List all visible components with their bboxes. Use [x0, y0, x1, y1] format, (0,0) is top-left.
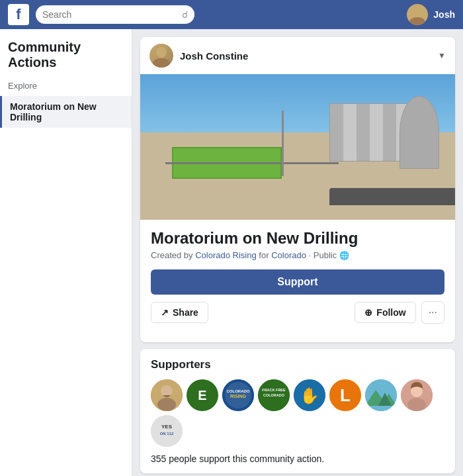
sidebar-item-label: Moratorium on New Drilling: [10, 101, 124, 122]
follow-button[interactable]: ⊕ Follow: [355, 302, 415, 323]
follow-icon: ⊕: [364, 307, 372, 318]
main-content: Josh Constine ▼ Moratorium on New Drilli…: [132, 29, 463, 476]
svg-text:RISING: RISING: [230, 394, 247, 399]
avatar: [149, 44, 173, 68]
supporter-2-svg: E: [187, 379, 218, 411]
supporter-avatar-8[interactable]: [401, 379, 433, 411]
search-bar[interactable]: ☌: [36, 5, 194, 24]
action-content: Moratorium on New Drilling Created by Co…: [140, 220, 455, 342]
josh-avatar-svg: [149, 44, 173, 68]
supporter-avatar-3[interactable]: COLORADO RISING: [222, 379, 254, 411]
search-input[interactable]: [42, 9, 178, 20]
supporter-8-svg: [401, 379, 433, 411]
supporter-3-svg: COLORADO RISING: [222, 379, 254, 411]
creator-link[interactable]: Colorado Rising: [195, 250, 257, 260]
svg-point-26: [151, 415, 183, 447]
svg-text:✋: ✋: [300, 386, 319, 405]
globe-icon: 🌐: [339, 251, 349, 260]
svg-point-20: [365, 379, 397, 411]
share-button[interactable]: ↗ Share: [151, 302, 208, 323]
supporter-9-svg: YES ON 112: [151, 415, 183, 447]
user-row: Josh Constine ▼: [140, 37, 455, 74]
share-icon: ↗: [161, 307, 169, 318]
supporters-title: Supporters: [151, 358, 444, 371]
svg-text:E: E: [198, 388, 206, 403]
search-icon: ☌: [182, 9, 188, 20]
svg-text:FRACK FREE: FRACK FREE: [262, 388, 286, 392]
action-card: Josh Constine ▼ Moratorium on New Drilli…: [140, 37, 455, 342]
hero-road: [329, 188, 455, 205]
action-buttons: ↗ Share ⊕ Follow ···: [151, 301, 444, 324]
action-meta: Created by Colorado Rising for Colorado …: [151, 250, 444, 260]
sidebar: Community Actions Explore Moratorium on …: [0, 29, 132, 476]
hero-industrial: [329, 103, 409, 162]
svg-text:COLORADO: COLORADO: [263, 393, 285, 397]
supporter-avatar-6[interactable]: L: [329, 379, 361, 411]
supporter-avatar-2[interactable]: E: [187, 379, 218, 411]
sidebar-title: Community Actions: [0, 40, 132, 78]
action-title: Moratorium on New Drilling: [151, 229, 444, 248]
hero-fence: [165, 162, 339, 164]
supporter-6-svg: L: [329, 379, 361, 411]
svg-point-2: [156, 47, 167, 58]
top-navigation: f ☌ Josh: [0, 0, 463, 29]
location-link[interactable]: Colorado: [271, 250, 306, 260]
facebook-logo[interactable]: f: [8, 4, 29, 25]
supporter-1-svg: [151, 379, 183, 411]
hero-tower: [282, 111, 284, 176]
supporter-7-svg: [365, 379, 397, 411]
sidebar-explore-label: Explore: [0, 78, 132, 96]
svg-point-25: [407, 398, 426, 411]
svg-point-6: [157, 398, 176, 411]
nav-user[interactable]: Josh: [407, 4, 455, 25]
svg-text:COLORADO: COLORADO: [227, 389, 250, 393]
svg-point-1: [409, 17, 425, 25]
supporter-avatar-5[interactable]: ✋: [294, 379, 325, 411]
supporter-avatar-7[interactable]: [365, 379, 397, 411]
supporters-avatars: E COLORADO RISING FRACK F: [151, 379, 444, 447]
nav-username: Josh: [433, 9, 455, 20]
user-name: Josh Constine: [180, 50, 248, 62]
more-button[interactable]: ···: [421, 301, 444, 324]
dropdown-icon[interactable]: ▼: [438, 51, 446, 60]
hero-image: [140, 74, 455, 220]
supporter-4-svg: FRACK FREE COLORADO: [258, 379, 290, 411]
svg-point-3: [153, 58, 170, 68]
svg-text:L: L: [340, 385, 351, 405]
nav-avatar: [407, 4, 428, 25]
supporter-avatar-9[interactable]: YES ON 112: [151, 415, 183, 447]
sidebar-item-moratorium[interactable]: Moratorium on New Drilling: [0, 96, 132, 128]
user-avatar-svg: [407, 4, 428, 25]
support-button[interactable]: Support: [151, 269, 444, 295]
svg-text:YES: YES: [161, 424, 173, 430]
supporters-count: 355 people support this community action…: [151, 453, 444, 464]
supporter-avatar-1[interactable]: [151, 379, 183, 411]
hero-tank: [400, 96, 439, 169]
svg-point-0: [413, 7, 422, 17]
supporters-card: Supporters E: [140, 349, 455, 473]
svg-text:ON 112: ON 112: [160, 432, 174, 436]
supporter-avatar-4[interactable]: FRACK FREE COLORADO: [258, 379, 290, 411]
supporter-5-svg: ✋: [294, 379, 325, 411]
page-layout: Community Actions Explore Moratorium on …: [0, 29, 463, 476]
